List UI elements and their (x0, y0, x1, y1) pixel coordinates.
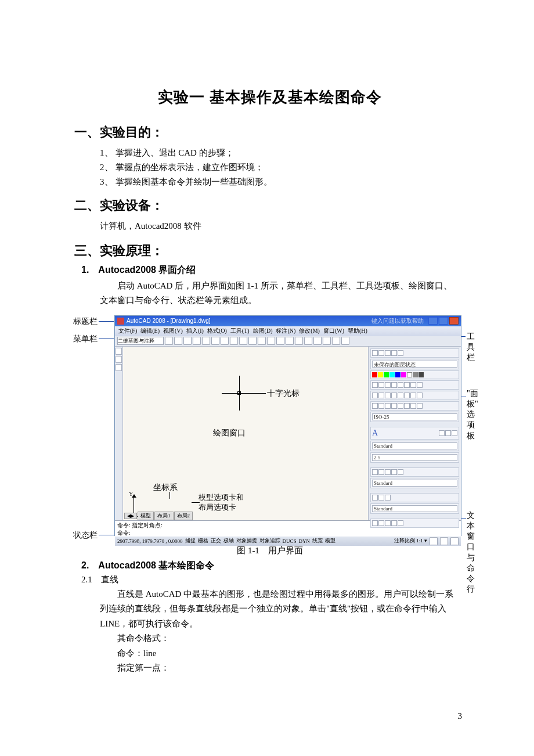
section-1-list: 1、掌握进入、退出 CAD 的步骤； 2、掌握点的坐标表示法，建立作图环境； 3… (100, 146, 466, 189)
tool-icon[interactable] (183, 337, 192, 345)
panel-icon[interactable] (391, 350, 397, 356)
callout-titlebar: 标题栏 (73, 316, 98, 327)
tool-icon[interactable] (174, 337, 182, 345)
menu-item[interactable]: 窗口(W) (323, 327, 344, 335)
menu-item[interactable]: 帮助(H) (348, 327, 367, 335)
status-button[interactable]: 栅格 (198, 537, 208, 545)
tool-icon[interactable] (295, 337, 303, 345)
tool-icon[interactable] (116, 356, 122, 363)
annotation-tabs: 模型选项卡和布局选项卡 (199, 493, 244, 513)
tool-icon[interactable] (323, 337, 331, 345)
status-button[interactable]: 线宽 (312, 537, 323, 545)
tool-icon[interactable] (276, 337, 284, 345)
textstyle-dropdown[interactable]: Standard (372, 442, 457, 449)
panel-icon[interactable] (398, 350, 403, 356)
tool-icon[interactable] (304, 337, 312, 345)
status-button[interactable]: DYN (299, 538, 311, 544)
menu-item[interactable]: 文件(F) (118, 327, 137, 335)
section-3-heading: 三、实验原理： (74, 242, 466, 260)
crosshair-icon (237, 391, 241, 395)
status-button[interactable]: 模型 (325, 537, 335, 545)
list-item: 掌握绘图基本命令并绘制一些基础图形。 (116, 177, 272, 186)
status-button[interactable]: 对象捕捉 (236, 537, 257, 545)
menu-item[interactable]: 编辑(E) (140, 327, 160, 335)
tool-icon[interactable] (193, 337, 201, 345)
callout-toolbar: 工具栏 (467, 332, 475, 363)
status-icon[interactable] (430, 537, 438, 545)
ss-toolbar: 二维草图与注释 (115, 336, 461, 347)
status-icon[interactable] (450, 537, 459, 545)
layer-dropdown[interactable]: 未保存的图层状态 (372, 361, 457, 368)
status-button[interactable]: 正交 (211, 537, 221, 545)
workspace-dropdown[interactable]: 二维草图与注释 (117, 337, 164, 345)
help-hint: 键入问题以获取帮助 (371, 317, 424, 325)
menu-item[interactable]: 绘图(D) (253, 327, 273, 335)
textheight-dropdown[interactable]: 2.5 (372, 454, 457, 461)
annotation-coord: 坐标系 (153, 483, 178, 493)
tool-icon[interactable] (221, 337, 229, 345)
section-3-2-heading: 2. Autocad2008 基本绘图命令 (81, 560, 466, 572)
list-item: 掌握进入、退出 CAD 的步骤； (116, 148, 234, 157)
minimize-icon[interactable] (428, 317, 438, 325)
window-title: AutoCAD 2008 - [Drawing1.dwg] (127, 318, 211, 324)
maximize-icon[interactable] (439, 317, 448, 325)
panel-icon[interactable] (378, 350, 384, 356)
tool-icon[interactable] (248, 337, 257, 345)
figure-1-1: 标题栏 菜单栏 状态栏 工具栏 "面板" 选项板 文本窗口 与命令行 AutoC… (74, 315, 463, 541)
tab-model[interactable]: 模型 (138, 512, 154, 520)
status-button[interactable]: 极轴 (223, 537, 234, 545)
tool-icon[interactable] (267, 337, 275, 345)
callout-panel: "面板" 选项板 (467, 388, 478, 441)
tool-icon[interactable] (313, 337, 322, 345)
section-3-2-1-body: 直线是 AutoCAD 中最基本的图形，也是绘图过程中用得最多的图形。用户可以绘… (100, 587, 460, 632)
cmd-prompt: 命令: (117, 529, 459, 537)
cmd-line: 命令：line (100, 646, 466, 661)
menu-item[interactable]: 格式(O) (207, 327, 227, 335)
tool-icon[interactable] (202, 337, 210, 345)
tool-icon[interactable] (230, 337, 238, 345)
tool-icon[interactable] (258, 337, 266, 345)
status-button[interactable]: 对象追踪 (259, 537, 280, 545)
status-button[interactable]: 捕捉 (185, 537, 196, 545)
status-icon[interactable] (440, 537, 448, 545)
status-button[interactable]: DUCS (283, 538, 297, 544)
tool-icon[interactable] (332, 337, 340, 345)
panel-icon[interactable] (372, 350, 378, 356)
menu-item[interactable]: 修改(M) (299, 327, 320, 335)
style-dropdown[interactable]: Standard (372, 480, 457, 487)
tab-layout1[interactable]: 布局1 (154, 512, 174, 520)
section-2-heading: 二、实验设备： (74, 197, 466, 214)
left-toolbar (115, 347, 123, 520)
figure-caption: 图 1-1 用户界面 (74, 545, 466, 556)
annotation-drawwin: 绘图窗口 (213, 428, 246, 438)
dimstyle-dropdown[interactable]: ISO-25 (372, 413, 457, 420)
ss-menubar: 文件(F) 编辑(E) 视图(V) 插入(I) 格式(O) 工具(T) 绘图(D… (115, 326, 461, 336)
section-3-2-1-heading: 2.1 直线 (81, 574, 466, 585)
tool-icon[interactable] (165, 337, 173, 345)
ss-titlebar: AutoCAD 2008 - [Drawing1.dwg] 键入问题以获取帮助 (115, 316, 461, 326)
right-panel: 未保存的图层状态 ISO-25 A Standard 2.5 Standard … (368, 347, 461, 520)
menu-item[interactable]: 视图(V) (163, 327, 183, 335)
tab-layout2[interactable]: 布局2 (174, 512, 193, 520)
menu-item[interactable]: 标注(N) (276, 327, 295, 335)
tool-icon[interactable] (341, 337, 349, 345)
cmd-prompt: 指定第一点： (100, 661, 466, 676)
menu-item[interactable]: 工具(T) (230, 327, 250, 335)
tool-icon[interactable] (211, 337, 219, 345)
app-icon (117, 318, 124, 325)
doc-title: 实验一 基本操作及基本绘图命令 (74, 87, 466, 107)
menu-item[interactable]: 插入(I) (186, 327, 204, 335)
drawing-area[interactable]: 十字光标 绘图窗口 坐标系 模型选项卡和布局选项卡 YX ◀▶ 模型 布 (123, 347, 368, 520)
style-dropdown[interactable]: Standard (372, 505, 457, 512)
list-item: 掌握点的坐标表示法，建立作图环境； (116, 163, 264, 172)
layout-tabs: ◀▶ 模型 布局1 布局2 (124, 512, 193, 520)
tool-icon[interactable] (286, 337, 294, 345)
tool-icon[interactable] (116, 348, 122, 355)
tool-icon[interactable] (116, 364, 122, 371)
section-1-heading: 一、实验目的： (74, 124, 466, 141)
callout-statusbar: 状态栏 (73, 530, 98, 541)
annoscale[interactable]: 注释比例 1:1 ▾ (394, 537, 427, 545)
close-icon[interactable] (449, 317, 459, 325)
tool-icon[interactable] (239, 337, 247, 345)
panel-icon[interactable] (385, 350, 391, 356)
